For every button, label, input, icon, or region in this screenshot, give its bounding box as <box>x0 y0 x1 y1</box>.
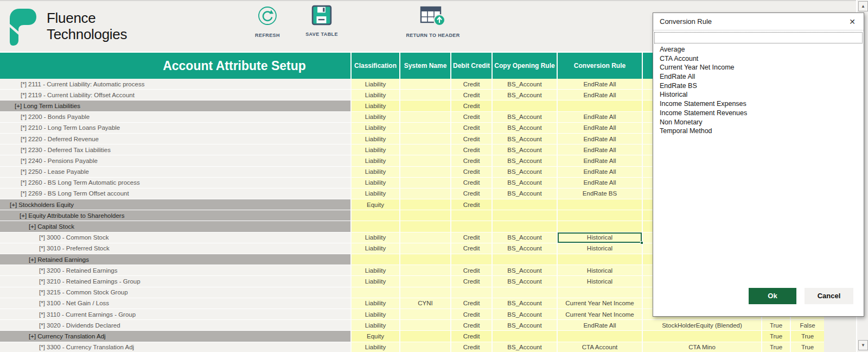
copy-opening-rule-cell[interactable]: BS_Account <box>493 320 558 331</box>
copy-opening-rule-cell[interactable]: BS_Account <box>493 155 558 166</box>
system-name-cell[interactable] <box>400 144 451 155</box>
system-name-cell[interactable] <box>400 243 451 254</box>
conversion-rule-cell[interactable] <box>558 199 643 210</box>
classification-cell[interactable] <box>352 221 400 232</box>
copy-opening-rule-cell[interactable]: BS_Account <box>493 276 558 287</box>
debit-credit-cell[interactable]: Credit <box>451 123 493 134</box>
account-cell[interactable]: [*] 3100 - Net Gain / Loss <box>0 298 352 309</box>
account-cell[interactable]: [*] 2220 - Deferred Revenue <box>0 134 352 144</box>
conversion-rule-option[interactable]: Current Year Net Income <box>653 63 864 72</box>
classification-cell[interactable]: Liability <box>352 90 400 100</box>
account-cell[interactable]: [*] 2200 - Bonds Payable <box>0 112 352 123</box>
scroll-up-button[interactable]: ▲ <box>858 1 868 11</box>
conversion-rule-option[interactable]: Non Monetary <box>653 118 864 127</box>
classification-cell[interactable]: Liability <box>352 232 400 243</box>
classification-cell[interactable]: Equity <box>352 199 400 210</box>
conversion-rule-cell[interactable]: EndRate BS <box>558 188 643 199</box>
account-cell[interactable]: [*] 3300 - Currency Translation Adj <box>0 342 352 352</box>
debit-credit-cell[interactable]: Credit <box>451 232 493 243</box>
account-cell[interactable]: [*] 2250 - Lease Payable <box>0 167 352 178</box>
system-name-cell[interactable] <box>400 342 451 352</box>
system-name-cell[interactable] <box>400 134 451 144</box>
classification-cell[interactable]: Liability <box>352 79 400 90</box>
system-name-cell[interactable] <box>400 331 451 342</box>
account-cell[interactable]: [*] 3010 - Preferred Stock <box>0 243 352 254</box>
classification-cell[interactable]: Liability <box>352 100 400 111</box>
copy-opening-rule-cell[interactable]: BS_Account <box>493 123 558 134</box>
classification-cell[interactable]: Liability <box>352 188 400 199</box>
return-to-header-button[interactable]: RETURN TO HEADER <box>395 4 471 38</box>
system-name-cell[interactable] <box>400 221 451 232</box>
debit-credit-cell[interactable]: Credit <box>451 298 493 309</box>
group-toggle-cell[interactable]: [+] Retained Earnings <box>0 254 352 265</box>
copy-opening-rule-cell[interactable] <box>493 100 558 111</box>
classification-cell[interactable]: Liability <box>352 320 400 331</box>
account-cell[interactable]: [*] 2260 - BS Long Term Automatic proces… <box>0 178 352 188</box>
account-cell[interactable]: [*] 3000 - Common Stock <box>0 232 352 243</box>
account-cell[interactable]: [*] 2111 - Current Liability: Automatic … <box>0 79 352 90</box>
copy-opening-rule-cell[interactable] <box>493 210 558 221</box>
conversion-rule-option[interactable]: Income Statement Revenues <box>653 109 864 118</box>
copy-opening-rule-cell[interactable]: BS_Account <box>493 342 558 352</box>
copy-opening-rule-cell[interactable]: BS_Account <box>493 309 558 320</box>
system-name-cell[interactable] <box>400 123 451 134</box>
conversion-rule-cell[interactable]: EndRate All <box>558 134 643 144</box>
conversion-rule-cell[interactable]: EndRate All <box>558 144 643 155</box>
group-toggle-cell[interactable]: [+] Equity Attributable to Shareholders <box>0 210 352 221</box>
group-toggle-cell[interactable]: [+] Stockholders Equity <box>0 199 352 210</box>
conversion-rule-cell[interactable]: Historical <box>558 232 643 243</box>
conversion-rule-cell[interactable] <box>558 221 643 232</box>
conversion-rule-cell[interactable]: Current Year Net Income <box>558 309 643 320</box>
conversion-rule-cell[interactable]: EndRate All <box>558 112 643 123</box>
conversion-rule-cell[interactable]: EndRate All <box>558 178 643 188</box>
copy-opening-rule-cell[interactable]: BS_Account <box>493 265 558 276</box>
extra-rule-cell[interactable]: CTA Mino <box>643 342 762 352</box>
conversion-rule-cell[interactable] <box>558 287 643 298</box>
conversion-rule-cell[interactable]: EndRate All <box>558 167 643 178</box>
extra-false-cell[interactable]: True <box>791 331 824 342</box>
copy-opening-rule-cell[interactable]: BS_Account <box>493 144 558 155</box>
extra-true-cell[interactable]: True <box>762 320 791 331</box>
system-name-cell[interactable] <box>400 276 451 287</box>
conversion-rule-option[interactable]: EndRate All <box>653 72 864 81</box>
account-cell[interactable]: [*] 2230 - Deferred Tax Liabilities <box>0 144 352 155</box>
classification-cell[interactable] <box>352 254 400 265</box>
copy-opening-rule-cell[interactable]: BS_Account <box>493 178 558 188</box>
classification-cell[interactable]: Liability <box>352 309 400 320</box>
account-cell[interactable]: [*] 2210 - Long Term Loans Payable <box>0 123 352 134</box>
account-cell[interactable]: [*] 3200 - Retained Earnings <box>0 265 352 276</box>
classification-cell[interactable]: Liability <box>352 134 400 144</box>
copy-opening-rule-cell[interactable] <box>493 221 558 232</box>
extra-false-cell[interactable]: False <box>791 320 824 331</box>
copy-opening-rule-cell[interactable]: BS_Account <box>493 298 558 309</box>
conversion-rule-cell[interactable]: Historical <box>558 276 643 287</box>
classification-cell[interactable]: Liability <box>352 178 400 188</box>
copy-opening-rule-cell[interactable]: BS_Account <box>493 79 558 90</box>
conversion-rule-cell[interactable]: EndRate All <box>558 90 643 100</box>
copy-opening-rule-cell[interactable]: BS_Account <box>493 188 558 199</box>
account-cell[interactable]: [*] 2240 - Pensions Payable <box>0 155 352 166</box>
copy-opening-rule-cell[interactable] <box>493 199 558 210</box>
conversion-rule-cell[interactable]: EndRate All <box>558 79 643 90</box>
conversion-rule-cell[interactable]: Current Year Net Income <box>558 298 643 309</box>
conversion-rule-cell[interactable]: EndRate All <box>558 123 643 134</box>
account-cell[interactable]: [*] 2119 - Current Liability: Offset Acc… <box>0 90 352 100</box>
debit-credit-cell[interactable] <box>451 210 493 221</box>
debit-credit-cell[interactable]: Credit <box>451 309 493 320</box>
conversion-rule-cell[interactable]: CTA Account <box>558 342 643 352</box>
system-name-cell[interactable] <box>400 265 451 276</box>
account-cell[interactable]: [*] 3020 - Dividends Declared <box>0 320 352 331</box>
debit-credit-cell[interactable]: Credit <box>451 276 493 287</box>
classification-cell[interactable]: Liability <box>352 144 400 155</box>
debit-credit-cell[interactable]: Credit <box>451 243 493 254</box>
classification-cell[interactable]: Liability <box>352 167 400 178</box>
classification-cell[interactable] <box>352 210 400 221</box>
system-name-cell[interactable] <box>400 199 451 210</box>
extra-rule-cell[interactable] <box>643 331 762 342</box>
conversion-rule-option[interactable]: EndRate BS <box>653 81 864 91</box>
conversion-rule-option[interactable]: Average <box>653 45 864 54</box>
debit-credit-cell[interactable]: Credit <box>451 320 493 331</box>
conversion-rule-option[interactable]: CTA Account <box>653 54 864 64</box>
copy-opening-rule-cell[interactable]: BS_Account <box>493 112 558 123</box>
debit-credit-cell[interactable]: Credit <box>451 144 493 155</box>
